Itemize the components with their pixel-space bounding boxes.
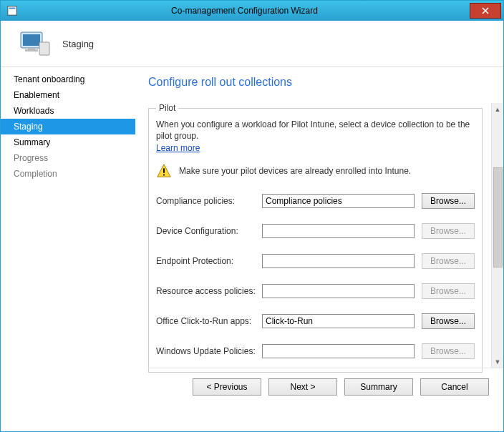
label-office-click-to-run: Office Click-to-Run apps: bbox=[156, 316, 262, 326]
label-windows-update-policies: Windows Update Policies: bbox=[156, 346, 262, 356]
form-area: Pilot When you configure a workload for … bbox=[148, 103, 491, 368]
input-device-configuration[interactable] bbox=[262, 224, 415, 238]
svg-rect-1 bbox=[9, 8, 16, 9]
sidebar: Tenant onboarding Enablement Workloads S… bbox=[1, 67, 135, 431]
next-button[interactable]: Next > bbox=[268, 378, 337, 396]
svg-rect-11 bbox=[163, 175, 165, 176]
browse-compliance-policies[interactable]: Browse... bbox=[422, 193, 475, 209]
row-resource-access-policies: Resource access policies: Browse... bbox=[156, 283, 475, 299]
svg-rect-6 bbox=[39, 42, 49, 55]
browse-endpoint-protection: Browse... bbox=[422, 253, 475, 269]
input-office-click-to-run[interactable] bbox=[262, 314, 415, 328]
scroll-thumb[interactable] bbox=[493, 167, 503, 267]
wizard-window: Co-management Configuration Wizard Stagi… bbox=[0, 0, 504, 432]
titlebar: Co-management Configuration Wizard bbox=[1, 1, 503, 21]
label-device-configuration: Device Configuration: bbox=[156, 226, 262, 236]
scroll-up-button[interactable]: ▲ bbox=[492, 103, 503, 115]
sidebar-item-tenant-onboarding[interactable]: Tenant onboarding bbox=[1, 72, 135, 87]
browse-office-click-to-run[interactable]: Browse... bbox=[422, 313, 475, 329]
input-compliance-policies[interactable] bbox=[262, 194, 415, 208]
footer-buttons: < Previous Next > Summary Cancel bbox=[148, 368, 503, 405]
label-compliance-policies: Compliance policies: bbox=[156, 196, 262, 206]
warning-row: Make sure your pilot devices are already… bbox=[156, 163, 475, 179]
input-endpoint-protection[interactable] bbox=[262, 254, 415, 268]
row-endpoint-protection: Endpoint Protection: Browse... bbox=[156, 253, 475, 269]
svg-rect-10 bbox=[163, 169, 165, 173]
row-device-configuration: Device Configuration: Browse... bbox=[156, 223, 475, 239]
sidebar-item-staging[interactable]: Staging bbox=[1, 119, 135, 134]
cancel-button[interactable]: Cancel bbox=[420, 378, 489, 396]
summary-button[interactable]: Summary bbox=[344, 378, 413, 396]
sidebar-item-summary[interactable]: Summary bbox=[1, 134, 135, 150]
row-compliance-policies: Compliance policies: Browse... bbox=[156, 193, 475, 209]
main-panel: Configure roll out collections Pilot Whe… bbox=[135, 67, 503, 431]
learn-more-link[interactable]: Learn more bbox=[156, 143, 200, 153]
pilot-group: Pilot When you configure a workload for … bbox=[148, 103, 483, 373]
content-area: Staging Tenant onboarding Enablement Wor… bbox=[1, 21, 503, 431]
app-icon bbox=[5, 4, 19, 18]
input-windows-update-policies[interactable] bbox=[262, 344, 415, 358]
scroll-wrap: Pilot When you configure a workload for … bbox=[148, 103, 503, 368]
sidebar-item-workloads[interactable]: Workloads bbox=[1, 103, 135, 119]
pilot-description: When you configure a workload for Pilot … bbox=[156, 119, 475, 142]
label-resource-access-policies: Resource access policies: bbox=[156, 286, 262, 296]
svg-rect-8 bbox=[28, 48, 35, 49]
page-title: Staging bbox=[62, 39, 94, 49]
warning-text: Make sure your pilot devices are already… bbox=[179, 166, 411, 176]
row-windows-update-policies: Windows Update Policies: Browse... bbox=[156, 343, 475, 359]
banner: Staging bbox=[1, 21, 503, 67]
scroll-down-button[interactable]: ▼ bbox=[492, 355, 503, 368]
main-heading: Configure roll out collections bbox=[148, 76, 503, 89]
browse-device-configuration: Browse... bbox=[422, 223, 475, 239]
svg-rect-7 bbox=[25, 49, 38, 51]
pilot-legend: Pilot bbox=[156, 103, 178, 113]
close-button[interactable] bbox=[470, 3, 501, 19]
body: Tenant onboarding Enablement Workloads S… bbox=[1, 67, 503, 431]
window-title: Co-management Configuration Wizard bbox=[19, 6, 470, 16]
sidebar-item-completion[interactable]: Completion bbox=[1, 166, 135, 182]
svg-rect-5 bbox=[23, 34, 40, 46]
browse-resource-access-policies: Browse... bbox=[422, 283, 475, 299]
browse-windows-update-policies: Browse... bbox=[422, 343, 475, 359]
row-office-click-to-run: Office Click-to-Run apps: Browse... bbox=[156, 313, 475, 329]
sidebar-item-progress[interactable]: Progress bbox=[1, 150, 135, 166]
previous-button[interactable]: < Previous bbox=[193, 378, 261, 396]
input-resource-access-policies[interactable] bbox=[262, 284, 415, 298]
computer-icon bbox=[18, 29, 52, 58]
label-endpoint-protection: Endpoint Protection: bbox=[156, 256, 262, 266]
sidebar-item-enablement[interactable]: Enablement bbox=[1, 87, 135, 103]
vertical-scrollbar[interactable]: ▲ ▼ bbox=[491, 103, 503, 368]
warning-icon bbox=[156, 163, 172, 179]
